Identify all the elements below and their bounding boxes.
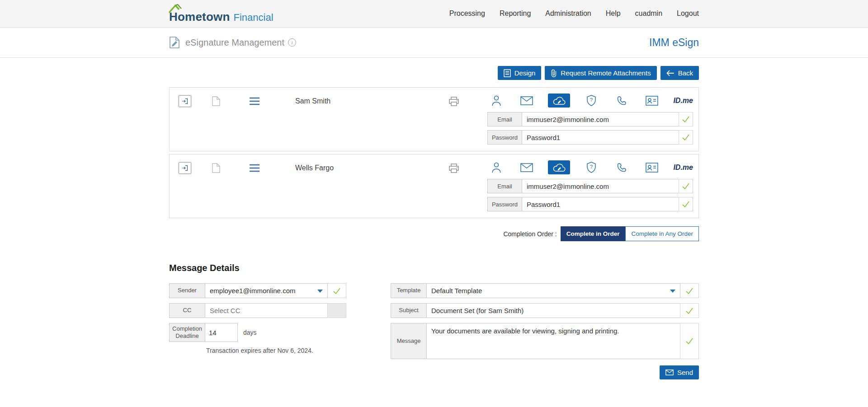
cc-check-placeholder bbox=[327, 303, 346, 318]
idme-logo[interactable]: ID.me bbox=[673, 97, 693, 105]
arrow-into-box-icon bbox=[182, 164, 188, 172]
message-textarea[interactable]: Your documents are available for viewing… bbox=[426, 323, 680, 359]
sender-label: Sender bbox=[169, 283, 205, 298]
signer-person-icon[interactable] bbox=[487, 94, 505, 108]
message-details-heading: Message Details bbox=[169, 263, 699, 273]
document-status-icon bbox=[212, 163, 220, 173]
password-label: Password bbox=[487, 197, 522, 211]
checkmark-icon bbox=[682, 134, 690, 141]
back-button[interactable]: Back bbox=[660, 66, 699, 80]
printer-icon[interactable] bbox=[448, 96, 459, 106]
message-valid-check bbox=[680, 323, 699, 359]
sender-value: employee1@immonline.com bbox=[210, 287, 295, 295]
password-input[interactable] bbox=[522, 130, 679, 145]
recipient-card: Sam Smith bbox=[169, 87, 699, 151]
password-valid-check bbox=[679, 130, 693, 145]
checkmark-icon bbox=[685, 287, 693, 295]
drag-handle-icon[interactable] bbox=[249, 97, 260, 105]
svg-text:?: ? bbox=[590, 164, 593, 169]
completion-order-row: Completion Order : Complete in Order Com… bbox=[169, 226, 699, 241]
template-select[interactable]: Default Template bbox=[426, 283, 680, 298]
brand-logo[interactable]: Hometown Financial bbox=[169, 4, 274, 24]
phone-auth-icon[interactable] bbox=[613, 160, 631, 174]
complete-in-order-button[interactable]: Complete in Order bbox=[561, 226, 626, 241]
remote-signature-cloud-icon[interactable] bbox=[548, 94, 570, 108]
email-delivery-icon[interactable] bbox=[518, 160, 536, 174]
document-icon bbox=[504, 69, 511, 77]
deadline-unit: days bbox=[243, 329, 257, 336]
email-valid-check bbox=[679, 112, 693, 126]
drag-handle-icon[interactable] bbox=[249, 164, 260, 172]
checkmark-icon bbox=[682, 116, 690, 123]
nav-item-logout[interactable]: Logout bbox=[677, 9, 699, 18]
chevron-down-icon bbox=[317, 290, 323, 293]
page-header: eSignature Management i IMM eSign bbox=[0, 28, 868, 58]
sender-valid-check bbox=[327, 283, 346, 298]
envelope-icon bbox=[665, 370, 674, 375]
checkmark-icon bbox=[682, 201, 690, 208]
idme-logo[interactable]: ID.me bbox=[673, 164, 693, 172]
email-delivery-icon[interactable] bbox=[518, 94, 536, 108]
password-label: Password bbox=[487, 130, 522, 145]
nav-item-processing[interactable]: Processing bbox=[449, 9, 485, 18]
subject-input[interactable] bbox=[426, 303, 680, 318]
password-input[interactable] bbox=[522, 197, 679, 211]
signing-options-strip: ? ID.me bbox=[487, 93, 693, 108]
info-icon[interactable]: i bbox=[288, 38, 296, 47]
design-button[interactable]: Design bbox=[498, 66, 542, 80]
printer-icon[interactable] bbox=[448, 163, 459, 173]
remote-signature-cloud-icon[interactable] bbox=[548, 160, 570, 174]
page-title: eSignature Management bbox=[185, 37, 284, 48]
signer-person-icon[interactable] bbox=[487, 160, 505, 174]
brand-suffix: Financial bbox=[233, 12, 273, 23]
subject-valid-check bbox=[680, 303, 699, 318]
nav-item-user-cuadmin[interactable]: cuadmin bbox=[635, 9, 662, 18]
sign-in-person-button[interactable] bbox=[179, 162, 191, 174]
svg-text:?: ? bbox=[590, 97, 593, 103]
house-roof-icon bbox=[168, 4, 189, 14]
signing-options-strip: ? ID.me bbox=[487, 160, 693, 175]
id-verification-icon[interactable] bbox=[643, 160, 661, 174]
email-label: Email bbox=[487, 179, 522, 193]
main-nav: Processing Reporting Administration Help… bbox=[449, 9, 699, 18]
completion-order-label: Completion Order : bbox=[503, 230, 557, 238]
back-button-label: Back bbox=[678, 69, 693, 77]
template-value: Default Template bbox=[431, 287, 482, 295]
expiration-note: Transaction expires after Nov 6, 2024. bbox=[206, 347, 346, 354]
recipient-card: Wells Fargo bbox=[169, 154, 699, 218]
email-input[interactable] bbox=[522, 179, 679, 193]
id-verification-icon[interactable] bbox=[643, 94, 661, 108]
password-valid-check bbox=[679, 197, 693, 211]
top-nav-bar: Hometown Financial Processing Reporting … bbox=[0, 0, 868, 28]
design-button-label: Design bbox=[514, 69, 536, 77]
paperclip-icon bbox=[551, 69, 557, 77]
document-status-icon bbox=[212, 96, 220, 106]
checkmark-icon bbox=[685, 337, 693, 345]
recipient-name: Wells Fargo bbox=[295, 164, 334, 172]
kba-shield-icon[interactable]: ? bbox=[582, 160, 600, 174]
template-valid-check bbox=[680, 283, 699, 298]
template-label: Template bbox=[391, 283, 427, 298]
checkmark-icon bbox=[685, 307, 693, 314]
nav-item-reporting[interactable]: Reporting bbox=[500, 9, 531, 18]
arrow-into-box-icon bbox=[182, 97, 188, 105]
checkmark-icon bbox=[682, 182, 690, 190]
email-input[interactable] bbox=[522, 112, 679, 126]
email-valid-check bbox=[679, 179, 693, 193]
phone-auth-icon[interactable] bbox=[613, 94, 631, 108]
kba-shield-icon[interactable]: ? bbox=[582, 94, 600, 108]
chevron-down-icon bbox=[670, 290, 675, 293]
sign-in-person-button[interactable] bbox=[179, 95, 191, 107]
deadline-input[interactable] bbox=[205, 323, 238, 342]
nav-item-help[interactable]: Help bbox=[606, 9, 621, 18]
esignature-page-icon bbox=[169, 36, 181, 49]
app-name: IMM eSign bbox=[649, 37, 699, 49]
nav-item-administration[interactable]: Administration bbox=[545, 9, 591, 18]
request-remote-attachments-button[interactable]: Request Remote Attachments bbox=[545, 66, 656, 80]
cc-input[interactable] bbox=[205, 303, 328, 318]
send-button[interactable]: Send bbox=[660, 365, 699, 379]
complete-in-any-order-button[interactable]: Complete in Any Order bbox=[625, 226, 699, 241]
arrow-left-icon bbox=[666, 70, 675, 76]
cc-label: CC bbox=[169, 303, 205, 318]
sender-select[interactable]: employee1@immonline.com bbox=[205, 283, 328, 298]
